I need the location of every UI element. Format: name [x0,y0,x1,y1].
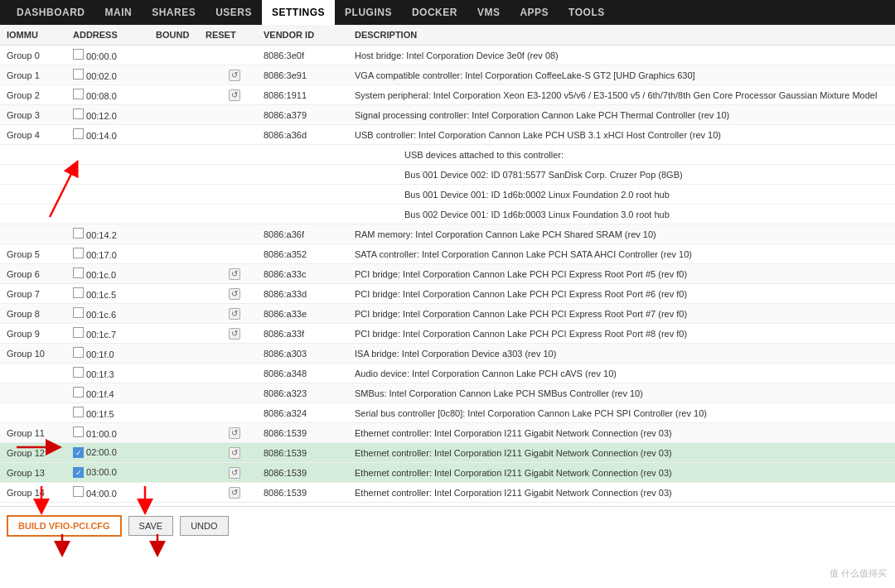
col-vendor: 8086:1539 [264,488,355,498]
col-address: 04:00.0 [73,486,156,499]
col-reset: ↺ [206,328,264,340]
col-desc: PCI bridge: Intel Corporation Cannon Lak… [355,329,888,339]
col-vendor: 8086:a36d [264,130,355,140]
bound-checkbox[interactable] [73,307,84,318]
nav-item-main[interactable]: MAIN [95,0,143,25]
col-desc: Bus 002 Device 001: ID 1d6b:0003 Linux F… [355,210,888,219]
col-address: 00:14.2 [73,228,156,240]
col-address: 02:00.0 [73,447,156,459]
reset-icon[interactable]: ↺ [229,487,240,499]
content: IOMMU ADDRESS BOUND RESET VENDOR ID DESC… [0,25,895,503]
col-vendor: 8086:1539 [264,448,355,458]
table-row: Bus 001 Device 001: ID 1d6b:0002 Linux F… [0,185,895,205]
reset-icon[interactable]: ↺ [229,427,240,439]
bound-checkbox[interactable] [73,69,84,80]
col-address: 00:1f.0 [73,347,156,359]
table-row: Group 4 00:14.08086:a36dUSB controller: … [0,125,895,145]
bound-checkbox[interactable] [73,486,84,497]
col-vendor: 8086:a352 [264,249,355,259]
table-header: IOMMU ADDRESS BOUND RESET VENDOR ID DESC… [0,25,895,46]
bound-checkbox[interactable] [73,387,84,398]
bound-checkbox[interactable] [73,367,84,378]
col-iommu: Group 7 [7,289,73,299]
nav-item-apps[interactable]: APPS [510,0,559,25]
undo-button[interactable]: UNDO [180,516,228,536]
col-desc: PCI bridge: Intel Corporation Cannon Lak… [355,309,888,319]
table-row: Group 14 04:00.0↺8086:1539Ethernet contr… [0,483,895,503]
col-address: 00:14.0 [73,128,156,141]
nav-item-docker[interactable]: DOCKER [402,0,467,25]
col-iommu: Group 10 [7,349,73,359]
bound-checkbox[interactable] [73,267,84,278]
col-vendor: 8086:a379 [264,110,355,120]
bound-checkbox[interactable] [73,347,84,358]
bound-checkbox[interactable] [73,248,84,258]
col-iommu: Group 6 [7,269,73,279]
col-vendor: 8086:a324 [264,408,355,418]
nav-item-tools[interactable]: TOOLS [559,0,615,25]
nav-item-vms[interactable]: VMS [467,0,510,25]
col-iommu: Group 14 [7,488,73,498]
col-iommu: Group 13 [7,468,73,478]
col-address: 00:1c.6 [73,307,156,320]
col-desc: Ethernet controller: Intel Corporation I… [355,448,888,458]
col-address: 00:1f.3 [73,367,156,379]
nav-item-plugins[interactable]: PLUGINS [335,0,402,25]
table-row: 00:1f.38086:a348Audio device: Intel Corp… [0,364,895,383]
col-header-desc: DESCRIPTION [355,30,888,40]
bound-checkbox[interactable] [73,89,84,99]
col-iommu: Group 12 [7,448,73,458]
table-row: 00:1f.58086:a324Serial bus controller [0… [0,403,895,423]
col-desc: Audio device: Intel Corporation Cannon L… [355,369,888,378]
table-row: Bus 002 Device 001: ID 1d6b:0003 Linux F… [0,205,895,224]
reset-icon[interactable]: ↺ [229,467,240,479]
bound-checkbox[interactable] [73,407,84,417]
bound-checkbox[interactable] [73,287,84,298]
col-reset: ↺ [206,70,264,81]
table-row: Group 8 00:1c.6↺8086:a33ePCI bridge: Int… [0,304,895,324]
reset-icon[interactable]: ↺ [229,268,240,280]
reset-icon[interactable]: ↺ [229,70,240,81]
bound-checkbox[interactable] [73,467,84,478]
bound-checkbox[interactable] [73,128,84,139]
col-iommu: Group 3 [7,110,73,120]
reset-icon[interactable]: ↺ [229,89,240,101]
col-vendor: 8086:a33f [264,329,355,339]
col-reset: ↺ [206,89,264,101]
col-header-reset: RESET [206,30,264,40]
table-row: USB devices attached to this controller: [0,145,895,165]
bound-checkbox[interactable] [73,447,84,458]
reset-icon[interactable]: ↺ [229,308,240,320]
col-address: 00:1c.5 [73,287,156,300]
col-iommu: Group 0 [7,51,73,60]
bound-checkbox[interactable] [73,49,84,60]
table-row: Group 11 01:00.0↺8086:1539Ethernet contr… [0,423,895,443]
reset-icon[interactable]: ↺ [229,447,240,459]
bound-checkbox[interactable] [73,228,84,239]
col-vendor: 8086:3e91 [264,70,355,80]
col-reset: ↺ [206,447,264,459]
col-vendor: 8086:a348 [264,369,355,378]
col-iommu: Group 9 [7,329,73,339]
nav-item-shares[interactable]: SHARES [142,0,206,25]
bound-checkbox[interactable] [73,427,84,437]
table-row: Group 3 00:12.08086:a379Signal processin… [0,105,895,125]
col-desc: VGA compatible controller: Intel Corpora… [355,70,888,80]
col-address: 00:17.0 [73,248,156,260]
bound-checkbox[interactable] [73,327,84,338]
bound-checkbox[interactable] [73,108,84,119]
nav-item-dashboard[interactable]: DASHBOARD [7,0,95,25]
build-vfio-button[interactable]: BUILD VFIO-PCI.CFG [7,515,122,537]
col-iommu: Group 2 [7,90,73,100]
reset-icon[interactable]: ↺ [229,328,240,340]
table-row: Group 9 00:1c.7↺8086:a33fPCI bridge: Int… [0,324,895,344]
col-desc: PCI bridge: Intel Corporation Cannon Lak… [355,289,888,299]
nav-item-users[interactable]: USERS [206,0,262,25]
table-row: Group 0 00:00.08086:3e0fHost bridge: Int… [0,46,895,65]
save-button[interactable]: SAVE [128,516,174,536]
reset-icon[interactable]: ↺ [229,288,240,300]
col-iommu: Group 4 [7,130,73,140]
col-address: 03:00.0 [73,467,156,479]
nav-item-settings[interactable]: SETTINGS [262,0,335,25]
col-vendor: 8086:1911 [264,90,355,100]
